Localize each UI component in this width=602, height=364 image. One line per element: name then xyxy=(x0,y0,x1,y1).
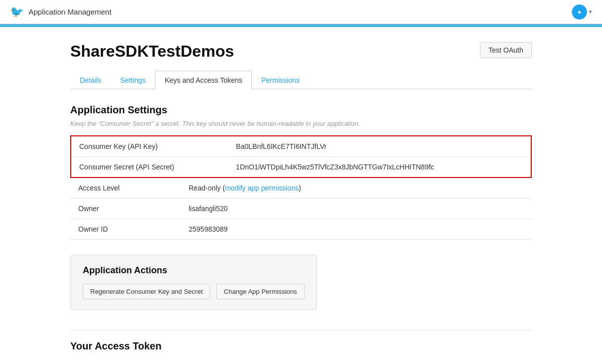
change-app-permissions-button[interactable]: Change App Permissions xyxy=(216,284,305,299)
table-row: Owner ID 2595983089 xyxy=(70,219,532,240)
application-settings-title: Application Settings xyxy=(70,104,532,116)
access-token-title: Your Access Token xyxy=(70,340,532,352)
regenerate-consumer-key-button[interactable]: Regenerate Consumer Key and Secret xyxy=(83,284,210,299)
tab-settings[interactable]: Settings xyxy=(111,71,156,89)
application-settings-subtitle: Keep the "Consumer Secret" a secret. Thi… xyxy=(70,120,532,127)
application-actions-title: Application Actions xyxy=(83,265,305,276)
owner-id-value: 2595983089 xyxy=(181,219,532,240)
app-title-row: ShareSDKTestDemos Test OAuth xyxy=(70,42,532,61)
keys-bordered-box: Consumer Key (API Key) Ba0LBnfL6IKcE7TI6… xyxy=(70,135,532,178)
application-actions-box: Application Actions Regenerate Consumer … xyxy=(70,255,317,310)
test-oauth-button[interactable]: Test OAuth xyxy=(480,42,532,58)
owner-label: Owner xyxy=(70,199,181,219)
main-content: ShareSDKTestDemos Test OAuth Details Set… xyxy=(60,27,542,364)
header-title: Application Management xyxy=(29,8,111,16)
avatar[interactable]: ● xyxy=(572,5,587,20)
avatar-label: ● xyxy=(577,9,581,16)
header-right[interactable]: ● ▾ xyxy=(572,5,592,20)
tab-permissions[interactable]: Permissions xyxy=(252,71,309,89)
table-row: Owner lisafangli520 xyxy=(70,199,532,219)
consumer-key-label: Consumer Key (API Key) xyxy=(71,136,228,157)
consumer-secret-value: 1DnO1iWTDpiLh4K5wz5TlVfcZ3x8JbNGTTGw7IxL… xyxy=(228,157,531,177)
table-row: Consumer Key (API Key) Ba0LBnfL6IKcE7TI6… xyxy=(71,136,531,157)
access-level-label: Access Level xyxy=(70,178,181,199)
settings-table: Access Level Read-only (modify app permi… xyxy=(70,178,532,240)
owner-value: lisafangli520 xyxy=(181,199,532,219)
consumer-secret-label: Consumer Secret (API Secret) xyxy=(71,157,228,177)
access-level-value: Read-only (modify app permissions) xyxy=(181,178,532,199)
section-divider xyxy=(70,330,532,330)
header-left: 🐦 Application Management xyxy=(10,6,111,19)
tabs-bar: Details Settings Keys and Access Tokens … xyxy=(70,71,532,89)
table-row: Consumer Secret (API Secret) 1DnO1iWTDpi… xyxy=(71,157,531,177)
owner-id-label: Owner ID xyxy=(70,219,181,240)
table-row: Access Level Read-only (modify app permi… xyxy=(70,178,532,199)
actions-buttons-group: Regenerate Consumer Key and Secret Chang… xyxy=(83,284,305,299)
twitter-bird-icon: 🐦 xyxy=(10,6,24,19)
consumer-key-value: Ba0LBnfL6IKcE7TI6INTJfLVr xyxy=(228,136,531,157)
modify-app-permissions-link[interactable]: modify app permissions xyxy=(225,184,298,192)
tab-details[interactable]: Details xyxy=(70,71,111,89)
tab-keys-and-access-tokens[interactable]: Keys and Access Tokens xyxy=(155,71,252,89)
app-title: ShareSDKTestDemos xyxy=(70,42,234,61)
header: 🐦 Application Management ● ▾ xyxy=(0,0,602,24)
keys-table: Consumer Key (API Key) Ba0LBnfL6IKcE7TI6… xyxy=(71,136,531,177)
chevron-down-icon[interactable]: ▾ xyxy=(589,9,592,15)
